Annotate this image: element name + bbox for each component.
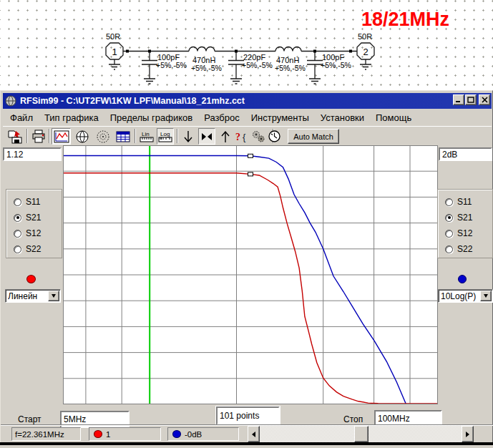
menu-help[interactable]: Помощь xyxy=(370,111,417,125)
stop-label: Стоп xyxy=(343,414,363,424)
screen: 1 2 50R 50R 100pF +5%,-5% 470nH +5%,-5% … xyxy=(0,0,493,448)
menu-graph-limits[interactable]: Пределы графиков xyxy=(104,111,199,125)
auto-match-button[interactable]: Auto Match xyxy=(288,129,339,144)
points-input[interactable] xyxy=(216,406,280,425)
radio-icon xyxy=(445,198,453,206)
s21-linear-curve xyxy=(63,173,438,404)
right-format-combo[interactable]: 10Log(P) xyxy=(438,289,493,303)
window-title: RFSim99 - C:\UT2FW\1KW LPF\Manual\18_21m… xyxy=(20,96,245,106)
chevron-down-icon xyxy=(484,294,488,298)
port2-impedance-label: 50R xyxy=(358,32,372,41)
cursor-frequency-panel: f=22.361MHz xyxy=(11,427,81,441)
chevron-down-icon xyxy=(52,294,56,298)
menubar: Файл Тип графика Пределы графиков Разбро… xyxy=(3,109,492,126)
radio-s21-right[interactable]: S21 xyxy=(445,213,472,223)
minimize-button[interactable] xyxy=(453,94,464,105)
inductor1-symbol[interactable] xyxy=(189,47,215,52)
radio-label: S22 xyxy=(457,244,472,254)
svg-text:Lin: Lin xyxy=(142,131,150,137)
schematic-canvas[interactable]: 1 2 50R 50R 100pF +5%,-5% 470nH +5%,-5% … xyxy=(0,0,493,90)
zoom-fit-button[interactable] xyxy=(198,128,215,145)
fit-arrows-icon xyxy=(200,131,214,142)
svg-text:Log: Log xyxy=(160,131,170,137)
log-scale-icon: Log xyxy=(157,130,173,144)
rectangular-graph-button[interactable] xyxy=(52,128,71,145)
left-format-value: Линейн xyxy=(8,291,48,301)
app-icon xyxy=(5,95,16,107)
inductor2-symbol[interactable] xyxy=(275,47,301,52)
rfsim99-window: RFSim99 - C:\UT2FW\1KW LPF\Manual\18_21m… xyxy=(0,90,493,442)
svg-text:?: ? xyxy=(235,132,240,142)
menu-graph-type[interactable]: Тип графика xyxy=(39,111,104,125)
radio-s11-right[interactable]: S11 xyxy=(445,197,472,207)
scrollbar-left-button[interactable] xyxy=(248,426,260,442)
start-label: Старт xyxy=(18,414,42,424)
tolerance-query-icon: ? { xyxy=(234,130,250,144)
radio-s21-left[interactable]: S21 xyxy=(14,213,41,223)
menu-spread[interactable]: Разброс xyxy=(198,111,245,125)
simulate-button[interactable] xyxy=(266,128,282,145)
left-scale-input[interactable] xyxy=(3,147,62,161)
marker2-panel: -0dB xyxy=(167,427,239,441)
smith-chart-icon xyxy=(75,130,89,144)
graph-icon xyxy=(54,130,69,143)
components-button[interactable] xyxy=(250,128,267,145)
print-button[interactable] xyxy=(30,128,47,145)
cursor-marker-square[interactable] xyxy=(248,172,253,176)
radio-icon xyxy=(14,214,21,222)
close-button[interactable] xyxy=(479,94,490,105)
table-button[interactable] xyxy=(114,128,132,145)
s-parameter-plot[interactable] xyxy=(63,145,438,404)
radio-label: S21 xyxy=(26,213,41,223)
left-format-combo[interactable]: Линейн xyxy=(5,289,61,303)
titlebar[interactable]: RFSim99 - C:\UT2FW\1KW LPF\Manual\18_21m… xyxy=(3,93,492,109)
radio-icon xyxy=(445,245,453,253)
radio-s12-left[interactable]: S12 xyxy=(14,228,41,238)
radio-s11-left[interactable]: S11 xyxy=(14,197,40,207)
save-icon xyxy=(7,130,23,144)
radio-s22-left[interactable]: S22 xyxy=(14,244,41,254)
window-bottom-edge xyxy=(0,442,493,445)
radio-label: S12 xyxy=(457,228,472,238)
cursor-scrollbar[interactable] xyxy=(248,426,474,442)
polar-chart-button[interactable] xyxy=(94,128,112,145)
linear-scale-icon: Lin xyxy=(139,130,155,144)
zoom-out-button[interactable] xyxy=(180,128,197,145)
plot-svg xyxy=(63,145,438,404)
polar-chart-icon xyxy=(96,130,110,144)
radio-icon xyxy=(445,214,453,222)
maximize-button[interactable] xyxy=(465,94,477,105)
toolbar: Lin Log xyxy=(3,126,492,145)
linear-scale-button[interactable]: Lin xyxy=(138,128,155,145)
c2-tolerance-label: +5%,-5% xyxy=(242,61,273,69)
left-format-dropdown-button[interactable] xyxy=(48,291,59,301)
radio-label: S12 xyxy=(26,228,41,238)
scrollbar-thumb[interactable] xyxy=(354,426,368,442)
zoom-in-button[interactable] xyxy=(217,128,234,145)
radio-s12-right[interactable]: S12 xyxy=(445,228,472,238)
radio-icon xyxy=(14,198,21,206)
schematic-heading: 18/21MHz xyxy=(361,9,483,31)
tolerance-query-button[interactable]: ? { xyxy=(233,128,250,145)
save-button[interactable] xyxy=(6,128,24,145)
radio-s22-right[interactable]: S22 xyxy=(445,244,472,254)
radio-label: S21 xyxy=(457,213,472,223)
menu-file[interactable]: Файл xyxy=(4,111,39,125)
smith-chart-button[interactable] xyxy=(74,128,91,145)
s21-db-curve xyxy=(63,156,406,405)
menu-settings[interactable]: Установки xyxy=(315,111,370,125)
log-scale-button[interactable]: Log xyxy=(157,128,174,145)
capacitor1-symbol[interactable] xyxy=(142,52,157,84)
cursor-marker-square[interactable] xyxy=(248,154,253,157)
cursor-frequency-value: f=22.361MHz xyxy=(15,430,64,439)
right-sparam-group: S11 S21 S12 S22 xyxy=(437,189,493,258)
scrollbar-right-button[interactable] xyxy=(462,426,474,442)
left-trace-color-dot xyxy=(26,275,36,283)
right-scale-input[interactable] xyxy=(439,147,492,161)
menu-tools[interactable]: Инструменты xyxy=(245,111,315,125)
right-format-dropdown-button[interactable] xyxy=(480,291,492,301)
radio-icon xyxy=(14,230,21,238)
radio-label: S22 xyxy=(26,244,41,254)
print-icon xyxy=(31,130,47,144)
marker1-color-dot xyxy=(94,430,102,438)
